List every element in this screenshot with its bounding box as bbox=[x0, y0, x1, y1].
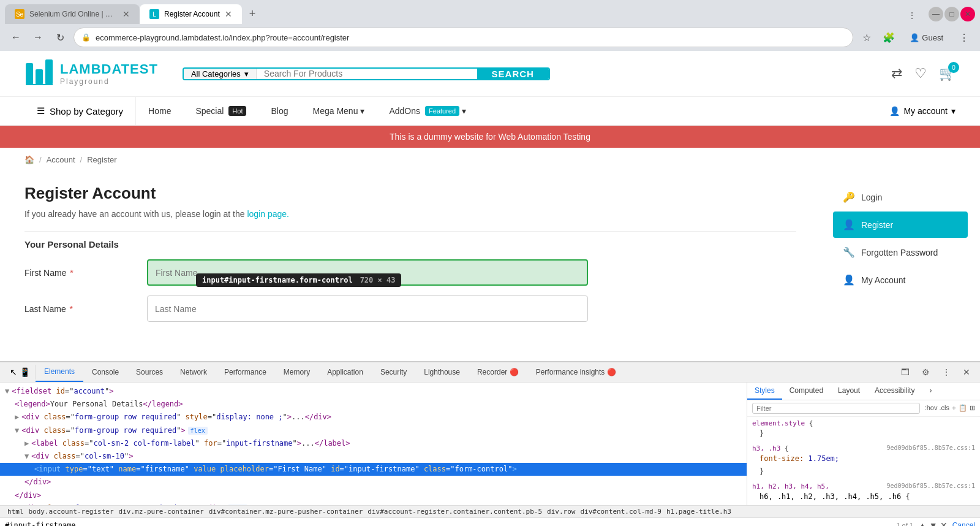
devtools-tab-network[interactable]: Network bbox=[172, 363, 216, 381]
styles-tab-accessibility[interactable]: Accessibility bbox=[867, 383, 922, 400]
menu-button[interactable]: ⋮ bbox=[956, 29, 973, 46]
code-input-highlighted[interactable]: <input type="text" name="firstname" valu… bbox=[0, 463, 747, 476]
sidebar-item-forgotten[interactable]: 🔧 Forgotten Password bbox=[833, 239, 968, 265]
tab-overflow-button[interactable]: ⋮ bbox=[900, 7, 924, 24]
styles-tab-computed[interactable]: Computed bbox=[782, 383, 831, 400]
browser-tab-1[interactable]: Se Selenium Grid Online | Run Sele... ✕ bbox=[5, 4, 140, 24]
styles-tab-layout[interactable]: Layout bbox=[831, 383, 867, 400]
devtools-tab-security[interactable]: Security bbox=[372, 363, 415, 381]
new-tab-button[interactable]: + bbox=[242, 4, 263, 24]
devtools-tab-application[interactable]: Application bbox=[318, 363, 372, 381]
sidebar-item-myaccount[interactable]: 👤 My Account bbox=[833, 267, 968, 293]
shop-by-category[interactable]: ☰ Shop by Category bbox=[24, 97, 136, 125]
extensions-button[interactable]: 🧩 bbox=[880, 29, 897, 46]
code-div-col[interactable]: ▼<div class="col-sm-10"> bbox=[0, 450, 747, 463]
devtools-device-icon[interactable]: 📱 bbox=[20, 367, 30, 377]
search-next-button[interactable]: ▼ bbox=[929, 520, 938, 526]
devtools-tab-lighthouse[interactable]: Lighthouse bbox=[415, 363, 469, 381]
back-button[interactable]: ← bbox=[7, 29, 24, 46]
tab2-close[interactable]: ✕ bbox=[225, 9, 232, 19]
devtools-tab-performance[interactable]: Performance bbox=[216, 363, 275, 381]
devtools-tab-elements[interactable]: Elements bbox=[36, 362, 83, 382]
header-icons: ⇄ ♡ 🛒 0 bbox=[891, 66, 956, 82]
svg-rect-2 bbox=[45, 59, 53, 85]
sidebar-item-login[interactable]: 🔑 Login bbox=[833, 184, 968, 210]
forward-button[interactable]: → bbox=[29, 29, 47, 46]
breadcrumb-home[interactable]: 🏠 bbox=[24, 155, 34, 164]
tab1-close[interactable]: ✕ bbox=[123, 9, 130, 19]
code-div-close2[interactable]: </div> bbox=[0, 489, 747, 502]
devtools-cursor-icon[interactable]: ↖ bbox=[10, 367, 17, 377]
devtools-more-icon[interactable]: ⋮ bbox=[937, 365, 956, 379]
lastname-input[interactable] bbox=[147, 295, 588, 322]
nav-home[interactable]: Home bbox=[136, 97, 183, 124]
search-input[interactable] bbox=[257, 69, 477, 79]
sidebar-item-register[interactable]: 👤 Register bbox=[833, 212, 968, 238]
code-div-hidden[interactable]: ▶<div class="form-group row required" st… bbox=[0, 411, 747, 424]
status-body[interactable]: body.account-register bbox=[26, 508, 116, 516]
status-register[interactable]: div#account-register.container.content.p… bbox=[365, 508, 545, 516]
pseudo-filter[interactable]: :hov .cls bbox=[925, 404, 949, 413]
minimize-button[interactable]: — bbox=[929, 7, 943, 21]
login-icon: 🔑 bbox=[843, 191, 855, 203]
devtools-search-input[interactable] bbox=[5, 521, 891, 526]
status-html[interactable]: html bbox=[5, 508, 26, 516]
devtools-tab-sources[interactable]: Sources bbox=[127, 363, 172, 381]
devtools-tab-console[interactable]: Console bbox=[83, 363, 127, 381]
breadcrumb-account[interactable]: Account bbox=[47, 155, 75, 164]
copy-style-icon[interactable]: 📋 bbox=[959, 404, 967, 413]
search-cancel-link[interactable]: Cancel bbox=[952, 521, 975, 526]
bookmark-button[interactable]: ☆ bbox=[858, 29, 875, 46]
devtools-close-icon[interactable]: ✕ bbox=[958, 365, 975, 379]
maximize-button[interactable]: □ bbox=[944, 7, 959, 21]
nav-blog[interactable]: Blog bbox=[258, 97, 300, 124]
devtools-panel-icon[interactable]: 🗔 bbox=[896, 365, 914, 379]
devtools-tab-performance-insights[interactable]: Performance insights 🔴 bbox=[527, 363, 625, 381]
search-close-button[interactable]: ✕ bbox=[940, 520, 948, 526]
category-dropdown[interactable]: All Categories ▾ bbox=[184, 69, 257, 79]
styles-tab-more[interactable]: › bbox=[922, 383, 939, 400]
search-prev-button[interactable]: ▲ bbox=[918, 520, 927, 526]
devtools-actions: 🗔 ⚙ ⋮ ✕ bbox=[896, 365, 975, 379]
devtools-settings-icon[interactable]: ⚙ bbox=[917, 365, 935, 379]
tooltip-selector: input#input-firstname.form-control bbox=[202, 276, 353, 284]
status-container[interactable]: div.mz-pure-container bbox=[116, 508, 206, 516]
search-button[interactable]: SEARCH bbox=[477, 69, 549, 79]
styles-filter: :hov .cls + 📋 ⊞ bbox=[747, 400, 980, 417]
address-bar[interactable]: 🔒 ecommerce-playground.lambdatest.io/ind… bbox=[74, 28, 853, 47]
code-legend[interactable]: <legend>Your Personal Details</legend> bbox=[0, 398, 747, 411]
add-style-icon[interactable]: + bbox=[952, 404, 956, 413]
breadcrumb-register: Register bbox=[87, 155, 116, 164]
styles-filter-input[interactable] bbox=[752, 403, 920, 414]
logo[interactable]: LAMBDATEST Playground bbox=[24, 58, 158, 89]
compare-button[interactable]: ⇄ bbox=[891, 66, 902, 82]
cart-button[interactable]: 🛒 0 bbox=[939, 66, 956, 82]
breadcrumb-sep1: / bbox=[39, 155, 42, 164]
status-pusher[interactable]: div#container.mz-pure-pusher-container bbox=[206, 508, 366, 516]
code-div-close[interactable]: </div> bbox=[0, 476, 747, 489]
code-div-required[interactable]: ▼<div class="form-group row required">fl… bbox=[0, 424, 747, 437]
styles-tab-styles[interactable]: Styles bbox=[747, 383, 782, 400]
nav-account[interactable]: 👤 My account ▾ bbox=[889, 106, 956, 116]
login-link[interactable]: login page. bbox=[247, 209, 289, 219]
code-label[interactable]: ▶<label class="col-sm-2 col-form-label" … bbox=[0, 437, 747, 450]
browser-tab-2[interactable]: L Register Account ✕ bbox=[140, 4, 242, 24]
nav-special[interactable]: Special Hot bbox=[183, 97, 258, 124]
code-fieldset[interactable]: ▼<fieldset id="account"> bbox=[0, 385, 747, 398]
nav-megamenu[interactable]: Mega Menu ▾ bbox=[301, 97, 377, 124]
nav-addons[interactable]: AddOns Featured ▾ bbox=[377, 97, 478, 124]
lastname-group: Last Name * bbox=[24, 295, 796, 322]
devtools-tab-recorder[interactable]: Recorder 🔴 bbox=[469, 363, 527, 381]
tab2-title: Register Account bbox=[164, 10, 220, 18]
close-button[interactable]: ✕ bbox=[960, 7, 975, 21]
lastname-label: Last Name * bbox=[24, 304, 147, 314]
status-content[interactable]: div#content.col-md-9 bbox=[578, 508, 663, 516]
status-h1[interactable]: h1.page-title.h3 bbox=[664, 508, 734, 516]
wishlist-button[interactable]: ♡ bbox=[914, 66, 927, 82]
reload-button[interactable]: ↻ bbox=[51, 29, 69, 46]
status-row[interactable]: div.row bbox=[545, 508, 578, 516]
lock-icon: 🔒 bbox=[81, 33, 91, 42]
profile-button[interactable]: 👤 Guest bbox=[902, 31, 951, 45]
refresh-style-icon[interactable]: ⊞ bbox=[970, 404, 975, 413]
devtools-tab-memory[interactable]: Memory bbox=[275, 363, 318, 381]
